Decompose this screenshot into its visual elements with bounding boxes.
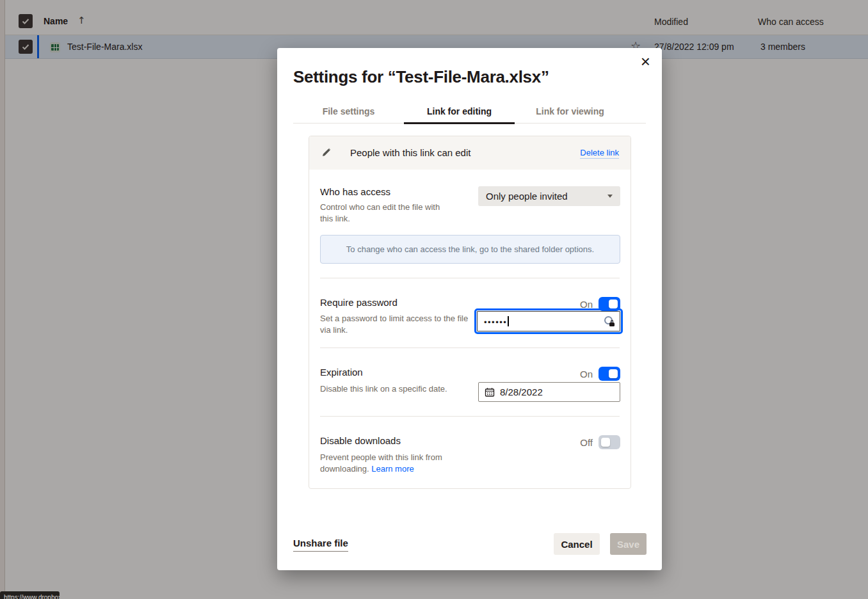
password-input[interactable]: •••••• <box>477 311 620 331</box>
who-has-access-label: Who has access <box>320 186 390 197</box>
pencil-icon <box>321 147 332 158</box>
disable-downloads-toggle-group: Off <box>580 435 620 449</box>
disable-downloads-description: Prevent people with this link from downl… <box>320 452 461 475</box>
settings-dialog: × Settings for “Test-File-Mara.xlsx” Fil… <box>277 48 662 570</box>
text-caret <box>508 316 509 326</box>
lock-icon <box>609 323 615 326</box>
toggle-knob <box>609 369 618 378</box>
banner-message: People with this link can edit <box>350 147 470 158</box>
password-manager-icon[interactable] <box>604 316 615 326</box>
require-password-label: Require password <box>320 297 398 308</box>
notice-text: To change who can access the link, go to… <box>346 244 594 254</box>
tab-link-for-viewing[interactable]: Link for viewing <box>515 101 625 123</box>
cancel-button[interactable]: Cancel <box>554 533 600 555</box>
disable-downloads-label: Disable downloads <box>320 435 401 446</box>
close-icon[interactable]: × <box>641 53 650 70</box>
delete-link-button[interactable]: Delete link <box>580 148 619 159</box>
expiration-date-input[interactable]: 8/28/2022 <box>478 382 620 402</box>
expiration-label: Expiration <box>320 367 363 378</box>
unshare-file-link[interactable]: Unshare file <box>293 538 348 552</box>
toggle-knob <box>609 300 618 308</box>
require-password-toggle-group: On <box>580 297 620 311</box>
calendar-icon <box>485 387 495 397</box>
dialog-title: Settings for “Test-File-Mara.xlsx” <box>293 67 549 87</box>
require-password-description: Set a password to limit access to the fi… <box>320 313 470 336</box>
expiration-date-value: 8/28/2022 <box>500 387 543 397</box>
access-dropdown-value: Only people invited <box>486 191 568 202</box>
expiration-toggle-state: On <box>580 369 593 379</box>
link-permission-banner: People with this link can edit Delete li… <box>309 136 631 170</box>
tab-link-for-editing[interactable]: Link for editing <box>404 101 515 123</box>
disable-downloads-toggle[interactable] <box>599 435 620 449</box>
save-button[interactable]: Save <box>610 533 647 555</box>
tab-bar: File settings Link for editing Link for … <box>293 101 646 124</box>
password-masked-value: •••••• <box>484 316 507 327</box>
toggle-knob <box>601 438 610 447</box>
require-password-toggle[interactable] <box>599 297 620 311</box>
expiration-toggle[interactable] <box>599 367 620 381</box>
access-dropdown[interactable]: Only people invited <box>478 186 620 206</box>
browser-status-bubble: https://www.dropbox.com/… <box>0 591 60 599</box>
who-has-access-description: Control who can edit the file with this … <box>320 202 454 225</box>
learn-more-link[interactable]: Learn more <box>371 464 414 474</box>
require-password-toggle-state: On <box>580 299 593 310</box>
divider <box>320 416 620 417</box>
expiration-toggle-group: On <box>580 367 620 381</box>
divider <box>320 278 620 278</box>
chevron-down-icon <box>607 195 613 198</box>
link-settings-card: People with this link can edit Delete li… <box>309 136 631 489</box>
expiration-description: Disable this link on a specific date. <box>320 383 470 395</box>
disable-downloads-toggle-state: Off <box>580 437 593 448</box>
shared-folder-notice: To change who can access the link, go to… <box>320 235 620 264</box>
divider <box>320 347 620 348</box>
tab-file-settings[interactable]: File settings <box>293 101 404 123</box>
